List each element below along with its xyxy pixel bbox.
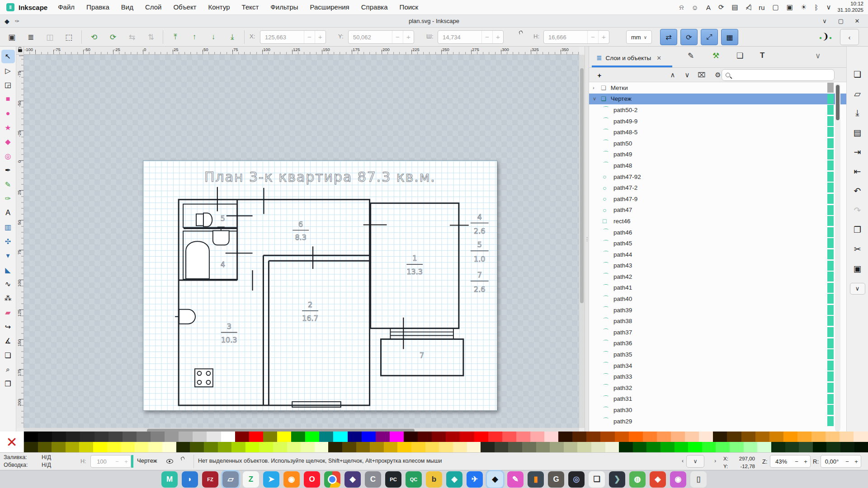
color-swatch[interactable] [249,432,263,442]
tool-shape-builder[interactable]: ◲ [1,78,15,92]
color-swatch[interactable] [319,432,333,442]
object-row-path41[interactable]: path41 [589,282,847,294]
taskbar-package-manager[interactable]: ◍ [629,471,646,488]
raise-button[interactable]: ↑ [186,29,203,45]
dock-splitter[interactable]: ⋮ [585,47,589,432]
color-swatch[interactable] [277,432,291,442]
object-color-swatch[interactable] [827,183,834,192]
color-swatch[interactable] [488,432,502,442]
taskbar-trash[interactable]: ▯ [690,471,707,488]
color-swatch[interactable] [615,432,629,442]
object-row-path37[interactable]: path37 [589,327,847,338]
object-properties-dialog-icon[interactable]: ⚒ [712,51,719,61]
color-swatch[interactable] [24,432,38,442]
deselect-button[interactable]: ◫ [42,29,58,45]
color-swatch[interactable] [522,442,536,452]
menu-item[interactable]: Правка [80,0,115,14]
color-swatch[interactable] [376,432,390,442]
expand-icon[interactable]: › [593,85,599,90]
color-swatch[interactable] [811,432,826,442]
tool-box-3d[interactable]: ◆ [1,135,15,149]
color-swatch[interactable] [840,442,854,452]
object-color-swatch[interactable] [827,361,834,371]
object-row-path50-2[interactable]: path50-2 [589,104,847,116]
object-row-path33[interactable]: path33 [589,371,847,382]
palette-next-button[interactable]: › [706,455,724,468]
layer-search-input[interactable] [730,70,834,80]
command-paste[interactable]: ▣ [850,263,865,274]
object-color-swatch[interactable] [827,405,834,415]
color-swatch[interactable] [699,432,713,442]
maximize-button[interactable]: ▢ [836,18,845,24]
object-color-swatch[interactable] [827,261,834,271]
object-color-swatch[interactable] [827,349,834,359]
taskbar-terminal[interactable]: ❯ [609,471,625,488]
color-swatch[interactable] [586,432,600,442]
tool-rectangle[interactable]: ■ [1,92,15,106]
color-swatch[interactable] [148,442,162,452]
object-row-path48[interactable]: path48 [589,160,847,171]
fill-value[interactable]: Н/Д [42,454,51,460]
rotate-ccw-button[interactable]: ⟲ [86,29,102,45]
window-titlebar[interactable]: ◆ ✑ plan.svg - Inkscape ∨ ▢ ✕ [0,15,868,28]
color-swatch[interactable] [591,442,605,452]
taskbar-opera[interactable]: O [304,471,320,488]
select-all-layers-button[interactable]: ≣ [23,29,39,45]
taskbar-media-player[interactable]: ◉ [670,471,686,488]
object-color-swatch[interactable] [827,160,834,170]
color-swatch[interactable] [328,442,342,452]
tool-connector[interactable]: ↪ [1,320,15,333]
tool-duplicate[interactable]: ❐ [1,377,15,390]
color-swatch[interactable] [362,432,376,442]
close-tab-icon[interactable]: ✕ [656,55,661,61]
object-color-swatch[interactable] [827,394,834,404]
object-color-swatch[interactable] [827,371,834,381]
color-swatch[interactable] [66,442,80,452]
object-row-path50[interactable]: path50 [589,138,847,149]
color-swatch[interactable] [785,442,799,452]
object-color-swatch[interactable] [827,138,834,148]
opacity-field[interactable]: 100−+ [90,455,131,468]
taskbar-krita[interactable]: ✎ [507,471,524,488]
tool-pen[interactable]: ✒ [1,164,15,177]
color-swatch[interactable] [646,442,660,452]
color-swatch[interactable] [544,432,558,442]
tray-icon-display[interactable]: ▢ [773,3,779,11]
taskbar-gimp[interactable]: G [548,471,564,488]
color-swatch[interactable] [741,432,755,442]
object-row-path39[interactable]: path39 [589,305,847,316]
affect-move-toggle[interactable]: ⇄ [660,29,677,45]
color-swatch[interactable] [176,442,190,452]
color-swatch[interactable] [207,432,221,442]
taskbar-file-manager[interactable]: ▱ [222,471,239,488]
color-swatch[interactable] [660,442,675,452]
object-color-swatch[interactable] [827,305,834,315]
tray-icon-notifications[interactable]: ⍾ [679,3,684,11]
color-swatch[interactable] [460,432,474,442]
list-scrollbar[interactable] [835,84,840,432]
color-swatch[interactable] [633,442,647,452]
color-swatch[interactable] [333,432,347,442]
object-color-swatch[interactable] [827,127,834,137]
color-swatch[interactable] [38,442,52,452]
flip-horizontal-button[interactable]: ⇆ [124,29,140,45]
object-row-path47-92[interactable]: path47-92 [589,171,847,183]
object-color-swatch[interactable] [827,205,834,215]
tab-layers-objects[interactable]: ≣ Слои и объекты ✕ [592,48,672,67]
color-swatch[interactable] [342,442,356,452]
color-swatch[interactable] [231,442,245,452]
collapse-icon[interactable]: ∨ [593,96,599,102]
tray-icon-expand[interactable]: ∨ [826,3,831,11]
object-row-path36[interactable]: path36 [589,338,847,349]
command-open-document[interactable]: ▱ [850,89,865,99]
rotation-field[interactable]: 0,00°−+ [821,455,861,468]
text-dialog-icon[interactable]: T [760,51,764,60]
object-row-path40[interactable]: path40 [589,293,847,305]
object-color-swatch[interactable] [827,150,834,160]
tool-eraser[interactable]: ▰ [1,306,15,319]
object-row-path34[interactable]: path34 [589,360,847,371]
move-layer-up-button[interactable]: ∧ [666,69,679,81]
fill-stroke-dialog-icon[interactable]: ✎ [688,51,694,61]
taskbar-flameshot[interactable]: ◈ [650,471,666,488]
object-color-swatch[interactable] [827,383,834,393]
